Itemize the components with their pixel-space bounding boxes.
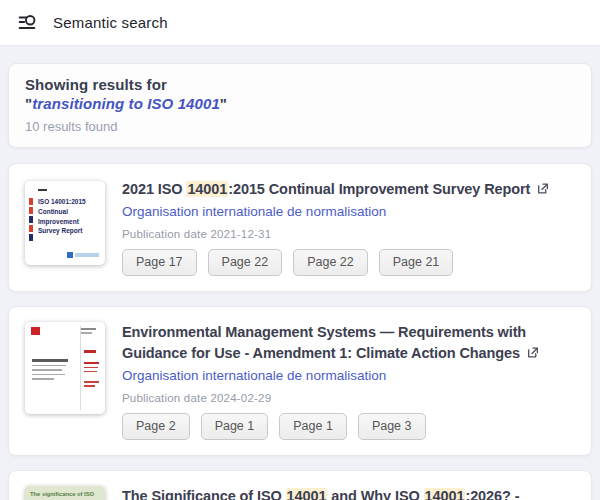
- showing-results-label: Showing results for: [25, 76, 575, 93]
- result-title-text[interactable]: The Significance of ISO 14001 and Why IS…: [122, 488, 560, 500]
- results-area: Showing results for "transitioning to IS…: [0, 45, 600, 500]
- publisher-link[interactable]: Organisation internationale de normalisa…: [122, 368, 575, 383]
- publication-date: Publication date 2024-02-29: [122, 392, 575, 404]
- page-chips: Page 17 Page 22 Page 22 Page 21: [122, 249, 575, 276]
- page-chip[interactable]: Page 1: [279, 413, 347, 440]
- results-summary-card: Showing results for "transitioning to IS…: [8, 63, 592, 148]
- query-string: transitioning to ISO 14001: [32, 95, 220, 112]
- result-title-link[interactable]: The Significance of ISO 14001 and Why IS…: [122, 486, 575, 500]
- external-link-icon[interactable]: [536, 180, 549, 200]
- page-chip[interactable]: Page 17: [122, 249, 197, 276]
- document-thumbnail-iso-survey[interactable]: ISO 14001:2015 Continual Improvement Sur…: [25, 181, 105, 265]
- page-chip[interactable]: Page 22: [208, 249, 283, 276]
- result-card-3: The significance of ISO 14001 and why IS…: [8, 470, 592, 500]
- publication-date: Publication date 2021-12-31: [122, 228, 575, 240]
- result-title-text[interactable]: Environmental Management Systems — Requi…: [122, 324, 526, 360]
- thumb-decoration: [38, 189, 47, 191]
- page-chip[interactable]: Page 21: [379, 249, 454, 276]
- document-thumbnail-iso-amendment[interactable]: [25, 322, 105, 414]
- page-title: Semantic search: [53, 14, 168, 31]
- thumb-red-text-block: [84, 350, 100, 389]
- result-card-1: ISO 14001:2015 Continual Improvement Sur…: [8, 163, 592, 292]
- topbar: Semantic search: [0, 0, 600, 45]
- results-count: 10 results found: [25, 119, 575, 134]
- iso-logo: [67, 252, 99, 258]
- search-query-text: "transitioning to ISO 14001": [25, 95, 575, 112]
- thumb-text-block: [32, 359, 70, 383]
- thumb-decoration: [81, 328, 96, 330]
- page-chip[interactable]: Page 2: [122, 413, 190, 440]
- result-card-2: Environmental Management Systems — Requi…: [8, 306, 592, 456]
- result-title-link[interactable]: 2021 ISO 14001:2015 Continual Improvemen…: [122, 179, 575, 200]
- page-chip[interactable]: Page 1: [201, 413, 269, 440]
- thumb-cover-title: ISO 14001:2015 Continual Improvement Sur…: [38, 197, 100, 236]
- close-quote: ": [220, 95, 227, 112]
- page-chips: Page 2 Page 1 Page 1 Page 3: [122, 413, 575, 440]
- thumb-divider: [80, 326, 81, 410]
- page-chip[interactable]: Page 22: [293, 249, 368, 276]
- page-chip[interactable]: Page 3: [358, 413, 426, 440]
- publisher-link[interactable]: Organisation internationale de normalisa…: [122, 204, 575, 219]
- result-title-link[interactable]: Environmental Management Systems — Requi…: [122, 322, 575, 364]
- semantic-search-icon: [16, 12, 38, 34]
- document-thumbnail-sgs-whitepaper[interactable]: The significance of ISO 14001 and why IS…: [25, 486, 105, 500]
- result-title-text[interactable]: 2021 ISO 14001:2015 Continual Improvemen…: [122, 181, 530, 197]
- publisher-logo-mark: [31, 327, 40, 335]
- thumb-cover-title: The significance of ISO 14001 and why IS…: [25, 486, 105, 500]
- thumb-decoration: [81, 332, 92, 334]
- thumb-spine-stripes: [29, 198, 33, 241]
- external-link-icon[interactable]: [526, 344, 539, 364]
